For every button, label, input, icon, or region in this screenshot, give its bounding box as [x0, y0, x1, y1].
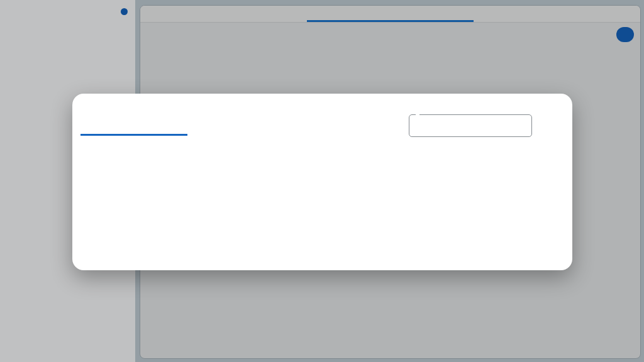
tab-spedzony-czas[interactable]	[188, 121, 296, 134]
load-data-button[interactable]	[535, 119, 570, 126]
active-tab-indicator	[80, 134, 187, 136]
distance-line-chart	[79, 140, 411, 266]
tab-unikalni-kierowcy[interactable]	[295, 121, 402, 134]
date-range-field[interactable]	[409, 114, 532, 137]
stats-modal	[72, 94, 572, 270]
tab-przebyty-dystans[interactable]	[80, 121, 188, 134]
app-window	[0, 0, 644, 362]
modal-tab-bar	[80, 121, 402, 134]
